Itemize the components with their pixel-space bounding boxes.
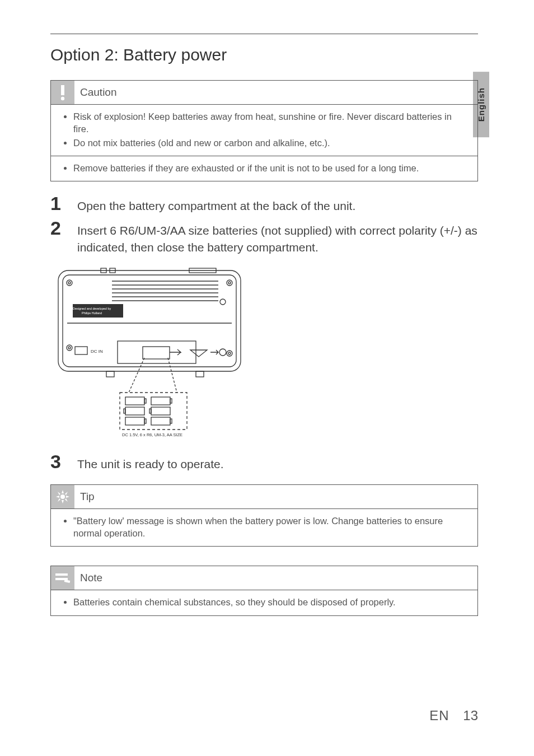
svg-rect-0 (61, 85, 64, 95)
svg-point-21 (220, 299, 226, 305)
svg-text:DC IN: DC IN (91, 349, 103, 354)
svg-point-5 (68, 282, 71, 284)
svg-rect-35 (144, 399, 146, 403)
caution-list-b: Remove batteries if they are exhausted o… (73, 162, 467, 174)
step-number: 1 (50, 194, 77, 213)
svg-text:Designed and developed by: Designed and developed by (73, 307, 111, 310)
steps-1-2: 1 Open the battery compartment at the ba… (50, 194, 478, 256)
svg-rect-29 (106, 371, 114, 377)
svg-rect-45 (170, 419, 172, 423)
svg-rect-42 (125, 417, 144, 425)
step-2: 2 Insert 6 R6/UM-3/AA size batteries (no… (50, 218, 478, 256)
svg-rect-39 (124, 409, 125, 413)
svg-rect-50 (55, 578, 68, 580)
svg-rect-36 (151, 397, 170, 405)
footer-lang: EN (429, 708, 449, 723)
svg-rect-44 (151, 417, 170, 425)
section-title: Option 2: Battery power (50, 45, 478, 64)
top-rule (50, 34, 478, 34)
svg-rect-33 (120, 393, 187, 430)
note-item: Batteries contain chemical substances, s… (73, 596, 467, 608)
battery-illustration: DC IN (50, 263, 478, 442)
svg-point-10 (227, 351, 232, 356)
note-icon (51, 566, 74, 590)
step-text: Open the battery compartment at the back… (77, 198, 355, 214)
tip-list: "Battery low' message is shown when the … (73, 515, 467, 540)
note-box: Note Batteries contain chemical substanc… (50, 566, 478, 615)
page-footer: EN 13 (429, 708, 478, 724)
note-header: Note (51, 566, 477, 590)
svg-point-8 (67, 345, 72, 351)
caution-item: Remove batteries if they are exhausted o… (73, 162, 467, 174)
caution-header: Caution (51, 81, 477, 105)
svg-text:Philips Holland: Philips Holland (82, 311, 102, 315)
svg-rect-2 (58, 270, 241, 371)
svg-rect-34 (125, 397, 144, 405)
svg-point-28 (219, 349, 226, 356)
svg-point-7 (228, 282, 231, 284)
svg-rect-41 (149, 409, 151, 413)
tip-header: Tip (51, 485, 477, 509)
tip-item: "Battery low' message is shown when the … (73, 515, 467, 540)
step-number: 2 (50, 218, 77, 237)
svg-rect-43 (144, 419, 146, 423)
svg-rect-49 (55, 573, 68, 576)
caution-box: Caution Risk of explosion! Keep batterie… (50, 80, 478, 181)
caution-icon (51, 81, 74, 104)
svg-point-1 (61, 97, 64, 100)
svg-rect-27 (143, 347, 170, 359)
tip-label: Tip (74, 491, 95, 503)
svg-rect-22 (73, 304, 123, 318)
svg-line-31 (129, 358, 144, 393)
svg-point-48 (60, 494, 65, 499)
svg-rect-26 (118, 341, 196, 363)
caution-list-a: Risk of explosion! Keep batteries away f… (73, 110, 467, 149)
note-list: Batteries contain chemical substances, s… (73, 596, 467, 608)
illustration-caption: DC 1.5V, 6 x R6, UM-3, AA SIZE (122, 432, 182, 437)
svg-point-4 (67, 280, 72, 286)
svg-point-9 (68, 347, 71, 349)
caution-item: Risk of explosion! Keep batteries away f… (73, 110, 467, 136)
svg-point-11 (228, 352, 231, 354)
footer-page: 13 (463, 708, 478, 723)
tip-icon (51, 485, 74, 508)
tip-box: Tip "Battery low' message is shown when … (50, 484, 478, 547)
note-label: Note (74, 572, 102, 584)
svg-rect-38 (125, 407, 144, 415)
caution-item: Do not mix batteries (old and new or car… (73, 137, 467, 149)
step-1: 1 Open the battery compartment at the ba… (50, 194, 478, 214)
step-text: Insert 6 R6/UM-3/AA size batteries (not … (77, 222, 478, 256)
svg-rect-40 (151, 407, 170, 415)
svg-rect-30 (196, 371, 204, 377)
svg-rect-37 (170, 399, 172, 403)
step-text: The unit is ready to operate. (77, 456, 224, 473)
svg-rect-24 (75, 347, 87, 354)
step-3: 3 The unit is ready to operate. (50, 452, 478, 473)
svg-point-6 (227, 280, 232, 286)
caution-label: Caution (74, 86, 117, 99)
svg-line-32 (168, 358, 177, 393)
steps-3: 3 The unit is ready to operate. (50, 452, 478, 473)
step-number: 3 (50, 452, 77, 471)
